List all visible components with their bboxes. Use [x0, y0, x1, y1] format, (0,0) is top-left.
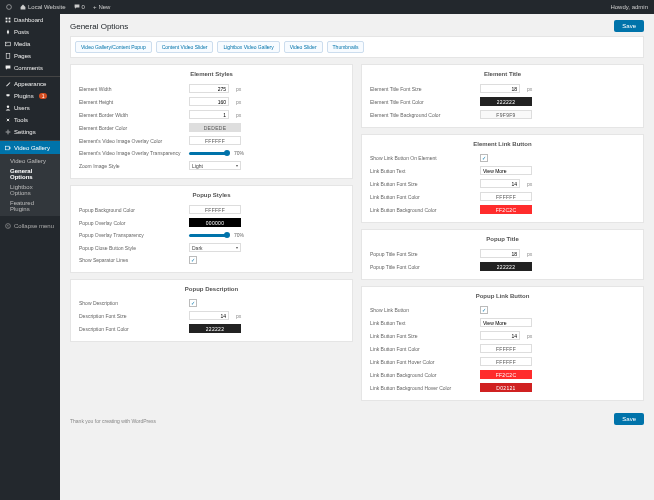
option-label: Popup Overlay Transparency [79, 232, 189, 238]
checkbox-Show Description[interactable]: ✓ [189, 299, 197, 307]
svg-point-0 [7, 5, 12, 10]
input-Element Title Font Size[interactable] [480, 84, 520, 93]
save-button-bottom[interactable]: Save [614, 413, 644, 425]
slider-Element's Video Image Overlay Transparency[interactable] [189, 152, 227, 155]
color-swatch[interactable]: 000000 [189, 218, 241, 227]
panel-element-styles: Element StylesElement WidthpxElement Hei… [70, 64, 353, 179]
color-swatch[interactable]: FF2C2C [480, 205, 532, 214]
svg-rect-1 [6, 18, 8, 20]
panel-title: Popup Styles [79, 192, 344, 198]
sidebar-item-comments[interactable]: Comments [0, 62, 60, 74]
sidebar-item-settings[interactable]: Settings [0, 126, 60, 138]
option-row: Link Button Background ColorFF2C2C [370, 203, 635, 216]
panel-popup-styles: Popup StylesPopup Background ColorFFFFFF… [70, 185, 353, 273]
input-Link Button Font Size[interactable] [480, 331, 520, 340]
sidebar-sub-featured-plugins[interactable]: Featured Plugins [0, 198, 60, 214]
input-Description Font Size[interactable] [189, 311, 229, 320]
option-label: Element Title Font Color [370, 99, 480, 105]
sidebar-item-posts[interactable]: Posts [0, 26, 60, 38]
color-swatch[interactable]: FFFFFF [189, 205, 241, 214]
option-label: Link Button Font Color [370, 194, 480, 200]
plug-icon [5, 93, 11, 99]
comments-link[interactable]: 0 [74, 4, 85, 10]
option-row: Popup Close Button StyleDark [79, 241, 344, 254]
color-swatch[interactable]: 222222 [480, 262, 532, 271]
sidebar-sub-general-options[interactable]: General Options [0, 166, 60, 182]
checkbox-Show Link Button On Element[interactable]: ✓ [480, 154, 488, 162]
panel-popup-link-button: Popup Link ButtonShow Link Button✓Link B… [361, 286, 644, 401]
option-label: Link Button Text [370, 168, 480, 174]
panel-popup-description: Popup DescriptionShow Description✓Descri… [70, 279, 353, 342]
option-label: Link Button Font Size [370, 333, 480, 339]
slider-Popup Overlay Transparency[interactable] [189, 234, 227, 237]
option-label: Popup Title Font Size [370, 251, 480, 257]
option-label: Description Font Size [79, 313, 189, 319]
input-Link Button Font Size[interactable] [480, 179, 520, 188]
select-Popup Close Button Style[interactable]: Dark [189, 243, 241, 252]
checkbox-Show Separator Lines[interactable]: ✓ [189, 256, 197, 264]
option-label: Show Link Button [370, 307, 480, 313]
sidebar-item-pages[interactable]: Pages [0, 50, 60, 62]
svg-rect-10 [6, 146, 10, 150]
option-label: Element Title Background Color [370, 112, 480, 118]
panel-title: Popup Link Button [370, 293, 635, 299]
color-swatch[interactable]: FFFFFF [480, 192, 532, 201]
option-row: Zoom Image StyleLight [79, 159, 344, 172]
sidebar-item-dashboard[interactable]: Dashboard [0, 14, 60, 26]
input-Link Button Text[interactable] [480, 166, 532, 175]
page-icon [5, 53, 11, 59]
sidebar-item-plugins[interactable]: Plugins1 [0, 90, 60, 102]
option-label: Popup Background Color [79, 207, 189, 213]
option-label: Link Button Font Hover Color [370, 359, 480, 365]
panel-element-link-button: Element Link ButtonShow Link Button On E… [361, 134, 644, 223]
dashboard-icon [5, 17, 11, 23]
wp-logo[interactable] [6, 4, 12, 10]
checkbox-Show Link Button[interactable]: ✓ [480, 306, 488, 314]
color-swatch[interactable]: 222222 [189, 324, 241, 333]
sidebar-item-tools[interactable]: Tools [0, 114, 60, 126]
color-swatch[interactable]: D02121 [480, 383, 532, 392]
site-link[interactable]: Local Website [20, 4, 66, 10]
color-swatch[interactable]: FFFFFF [480, 344, 532, 353]
color-swatch[interactable]: FF2C2C [480, 370, 532, 379]
collapse-menu[interactable]: Collapse menu [0, 220, 60, 232]
greeting[interactable]: Howdy, admin [610, 4, 648, 10]
media-icon [5, 41, 11, 47]
option-label: Show Link Button On Element [370, 155, 480, 161]
content-area: General Options Save Video Gallery/Conte… [60, 14, 654, 500]
sidebar-sub-video-gallery[interactable]: Video Gallery [0, 156, 60, 166]
tab-content-video-slider[interactable]: Content Video Slider [156, 41, 214, 53]
new-link[interactable]: + New [93, 4, 111, 10]
input-Popup Title Font Size[interactable] [480, 249, 520, 258]
option-label: Element's Video Image Overlay Transparen… [79, 150, 189, 156]
option-label: Popup Overlay Color [79, 220, 189, 226]
sidebar-item-video-gallery[interactable]: Video Gallery [0, 140, 60, 154]
select-Zoom Image Style[interactable]: Light [189, 161, 241, 170]
save-button[interactable]: Save [614, 20, 644, 32]
tab-video-gallery-content-popup[interactable]: Video Gallery/Content Popup [75, 41, 152, 53]
input-Element Border Width[interactable] [189, 110, 229, 119]
color-swatch[interactable]: FFFFFF [189, 136, 241, 145]
option-label: Element Title Font Size [370, 86, 480, 92]
panel-title: Element Link Button [370, 141, 635, 147]
tab-video-slider[interactable]: Video Slider [284, 41, 323, 53]
input-Link Button Text[interactable] [480, 318, 532, 327]
color-swatch[interactable]: FFFFFF [480, 357, 532, 366]
option-row: Popup Title Font Color222222 [370, 260, 635, 273]
option-row: Element Widthpx [79, 82, 344, 95]
tab-thumbnails[interactable]: Thumbnails [327, 41, 365, 53]
option-row: Element Title Font Sizepx [370, 82, 635, 95]
sidebar-item-users[interactable]: Users [0, 102, 60, 114]
color-swatch[interactable]: F9F9F9 [480, 110, 532, 119]
sidebar-sub-lightbox-options[interactable]: Lightbox Options [0, 182, 60, 198]
color-swatch[interactable]: 222222 [480, 97, 532, 106]
svg-rect-5 [6, 42, 11, 46]
sidebar-item-appearance[interactable]: Appearance [0, 76, 60, 90]
option-label: Element Height [79, 99, 189, 105]
option-row: Popup Title Font Sizepx [370, 247, 635, 260]
input-Element Width[interactable] [189, 84, 229, 93]
sidebar-item-media[interactable]: Media [0, 38, 60, 50]
input-Element Height[interactable] [189, 97, 229, 106]
tab-lightbox-video-gallery[interactable]: Lightbox Video Gallery [217, 41, 279, 53]
color-swatch[interactable]: DEDEDE [189, 123, 241, 132]
